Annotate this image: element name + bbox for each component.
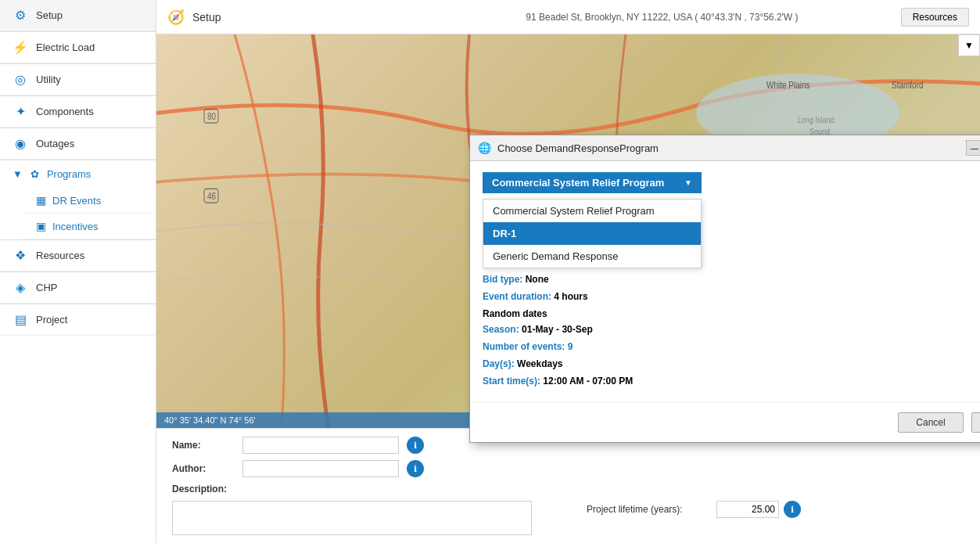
dropdown-arrow-icon: ▼ — [684, 178, 692, 187]
prop-num-events-label: Number of events: — [483, 341, 565, 352]
modal-body: Commercial System Relief Program ▼ Comme… — [470, 161, 980, 402]
program-dropdown-button[interactable]: Commercial System Relief Program ▼ — [483, 172, 702, 193]
modal-footer: Cancel Ok — [470, 402, 980, 442]
prop-bid-type-value: None — [526, 274, 549, 285]
modal-titlebar: 🌐 Choose DemandResponseProgram — □ ✕ — [470, 135, 980, 161]
sidebar-item-components[interactable]: ✦ Components — [0, 96, 156, 128]
outages-icon: ◉ — [13, 136, 28, 151]
modal-title-text: Choose DemandResponseProgram — [497, 142, 960, 154]
cancel-button[interactable]: Cancel — [898, 412, 963, 433]
sidebar-item-label-dr-events: DR Events — [52, 195, 101, 207]
program-dropdown-wrapper: Commercial System Relief Program ▼ Comme… — [483, 172, 702, 193]
map-dropdown-button[interactable]: ▼ — [958, 34, 980, 56]
svg-text:80: 80 — [207, 111, 216, 121]
sidebar-item-incentives[interactable]: ▣ Incentives — [23, 214, 156, 239]
dropdown-option-csrp[interactable]: Commercial System Relief Program — [483, 200, 701, 222]
sidebar-item-label-incentives: Incentives — [52, 221, 99, 232]
prop-bid-type-label: Bid type: — [483, 274, 522, 285]
name-label: Name: — [172, 440, 235, 451]
dropdown-option-gdr[interactable]: Generic Demand Response — [483, 245, 701, 268]
name-input[interactable] — [242, 437, 399, 454]
sidebar-item-setup[interactable]: ⚙ Setup — [0, 0, 156, 31]
sidebar-item-label-programs: Programs — [47, 168, 91, 180]
sidebar-item-project[interactable]: ▤ Project — [0, 304, 156, 336]
prop-bid-type-row: Bid type: None — [483, 272, 980, 286]
topbar-address: 91 Beadel St, Brooklyn, NY 11222, USA ( … — [431, 12, 892, 23]
topbar: 🧭 Setup 91 Beadel St, Brooklyn, NY 11222… — [156, 0, 980, 34]
prop-start-times-label: Start time(s): — [483, 376, 540, 387]
sidebar-item-label-resources: Resources — [36, 250, 84, 261]
svg-rect-11 — [204, 110, 218, 124]
project-lifetime-input[interactable] — [716, 501, 779, 518]
dropdown-option-dr1[interactable]: DR-1 — [483, 222, 701, 245]
sidebar-item-label-electric-load: Electric Load — [36, 41, 95, 53]
sidebar-item-label-project: Project — [36, 314, 67, 325]
sidebar-item-utility[interactable]: ◎ Utility — [0, 64, 156, 95]
author-input[interactable] — [242, 460, 399, 477]
svg-text:Stamford: Stamford — [892, 80, 924, 90]
incentives-icon: ▣ — [36, 220, 46, 232]
prop-days-label: Day(s): — [483, 358, 515, 369]
author-info-button[interactable]: ℹ — [407, 460, 424, 477]
components-icon: ✦ — [13, 104, 28, 119]
svg-text:White Plains: White Plains — [766, 80, 810, 90]
author-label: Author: — [172, 463, 235, 474]
topbar-compass-icon: 🧭 — [167, 9, 185, 26]
prop-start-times-row: Start time(s): 12:00 AM - 07:00 PM — [483, 374, 980, 388]
programs-star-icon: ✿ — [31, 168, 39, 180]
topbar-title: Setup — [192, 11, 423, 23]
project-lifetime-label: Project lifetime (years): — [587, 504, 712, 515]
modal-title-icon: 🌐 — [478, 142, 491, 154]
program-dropdown-selected: Commercial System Relief Program — [492, 177, 664, 189]
programs-icon: ▼ — [13, 168, 23, 180]
author-row: Author: ℹ — [172, 460, 964, 477]
sidebar-item-outages[interactable]: ◉ Outages — [0, 128, 156, 160]
modal-minimize-button[interactable]: — — [966, 140, 980, 156]
prop-event-duration-value: 4 hours — [554, 291, 587, 302]
sidebar-item-resources[interactable]: ❖ Resources — [0, 240, 156, 272]
sidebar-item-programs[interactable]: ▼ ✿ Programs — [0, 160, 156, 188]
name-info-button[interactable]: ℹ — [407, 437, 424, 454]
sidebar-item-chp[interactable]: ◈ CHP — [0, 272, 156, 304]
ok-button[interactable]: Ok — [971, 412, 980, 433]
description-textarea[interactable] — [172, 501, 532, 535]
sidebar-item-label-utility: Utility — [36, 74, 61, 85]
sidebar-item-label-setup: Setup — [36, 9, 63, 21]
sidebar-item-label-components: Components — [36, 106, 94, 117]
prop-num-events-row: Number of events: 9 — [483, 340, 980, 354]
project-icon: ▤ — [13, 312, 28, 327]
program-dropdown-menu: Commercial System Relief Program DR-1 Ge… — [483, 199, 702, 268]
description-row: Description: — [172, 484, 964, 494]
electric-load-icon: ⚡ — [13, 40, 28, 55]
svg-rect-9 — [204, 189, 218, 203]
map-coordinates: 40° 35' 34.40" N 74° 56' — [164, 415, 256, 425]
prop-days-value: Weekdays — [517, 358, 562, 369]
modal-controls: — □ ✕ — [966, 140, 980, 156]
sidebar-item-electric-load[interactable]: ⚡ Electric Load — [0, 32, 156, 63]
prop-random-dates-title: Random dates — [483, 308, 980, 319]
form-area: Name: ℹ Author: ℹ Description: Project l… — [156, 428, 980, 543]
prop-days-row: Day(s): Weekdays — [483, 357, 980, 371]
prop-season-label: Season: — [483, 324, 519, 335]
svg-text:46: 46 — [207, 191, 216, 201]
utility-icon: ◎ — [13, 72, 28, 87]
svg-text:Long Island: Long Island — [798, 115, 835, 124]
prop-start-times-value: 12:00 AM - 07:00 PM — [543, 376, 633, 387]
description-label: Description: — [172, 484, 227, 494]
prop-event-duration-row: Event duration: 4 hours — [483, 289, 980, 304]
sidebar-item-label-chp: CHP — [36, 282, 57, 293]
prop-season-value: 01-May - 30-Sep — [522, 324, 593, 335]
sidebar-item-dr-events[interactable]: ▦ DR Events — [23, 188, 156, 214]
resources-button[interactable]: Resources — [901, 8, 969, 27]
prop-season-row: Season: 01-May - 30-Sep — [483, 322, 980, 336]
resources-icon: ❖ — [13, 248, 28, 263]
sidebar: ⚙ Setup ⚡ Electric Load ◎ Utility ✦ Comp… — [0, 0, 156, 543]
dr-events-icon: ▦ — [36, 194, 46, 207]
choose-drp-modal: 🌐 Choose DemandResponseProgram — □ ✕ Com… — [469, 135, 980, 443]
prop-num-events-value: 9 — [568, 341, 573, 352]
sidebar-item-label-outages: Outages — [36, 138, 74, 149]
chp-icon: ◈ — [13, 280, 28, 295]
prop-event-duration-label: Event duration: — [483, 291, 551, 302]
project-lifetime-info-button[interactable]: ℹ — [784, 501, 801, 518]
main-area: 🧭 Setup 91 Beadel St, Brooklyn, NY 11222… — [156, 0, 980, 543]
